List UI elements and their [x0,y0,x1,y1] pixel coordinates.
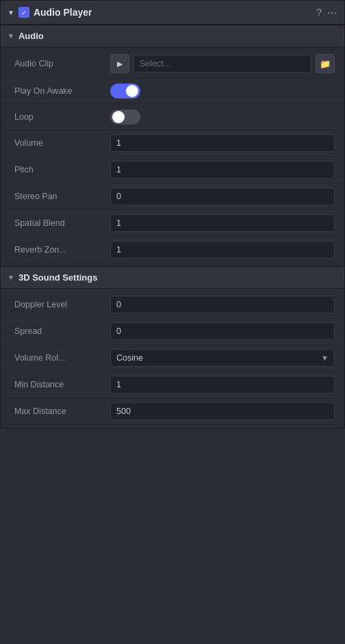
play-button[interactable]: ▶ [110,54,129,73]
spatial-blend-control [110,214,335,232]
reverb-zone-row: Reverb Zon... [1,237,344,263]
volume-label: Volume [14,138,110,148]
sound-section-header[interactable]: ▼ 3D Sound Settings [1,266,344,289]
sound-section-title: 3D Sound Settings [18,272,98,283]
audio-fields: Audio Clip ▶ Select... 📁 Play On Awake [1,47,344,266]
sound-collapse-arrow: ▼ [8,274,14,281]
audio-section: ▼ Audio Audio Clip ▶ Select... 📁 [1,25,344,266]
spatial-blend-label: Spatial Blend [14,218,110,228]
min-distance-input[interactable] [110,376,335,394]
chevron-down-icon: ▼ [321,354,329,362]
play-on-awake-label: Play On Awake [14,86,110,96]
doppler-level-input[interactable] [110,296,335,313]
audio-section-header[interactable]: ▼ Audio [1,25,344,47]
pitch-label: Pitch [14,165,110,175]
max-distance-input[interactable] [110,402,335,420]
pitch-control [110,161,335,179]
toggle-knob [126,85,138,97]
spatial-blend-input[interactable] [110,214,335,232]
doppler-level-label: Doppler Level [14,300,110,309]
volume-rolloff-dropdown[interactable]: Cosine ▼ [110,349,335,367]
stereo-pan-row: Stereo Pan [1,183,344,210]
folder-icon: 📁 [320,59,331,69]
audio-clip-control: ▶ Select... 📁 [110,54,335,73]
loop-row: Loop [1,104,344,130]
volume-rolloff-control: Cosine ▼ [110,349,335,367]
spread-label: Spread [14,326,110,336]
doppler-level-row: Doppler Level [1,292,344,318]
audio-collapse-arrow: ▼ [8,32,14,40]
folder-button[interactable]: 📁 [316,54,335,73]
spread-input[interactable] [110,322,335,340]
stereo-pan-input[interactable] [110,188,335,205]
audio-player-panel: ▼ ✓ Audio Player ? ⋯ ▼ Audio Audio Clip … [0,0,345,428]
reverb-zone-control [110,241,335,259]
spread-control [110,322,335,340]
loop-control [110,110,335,125]
stereo-pan-label: Stereo Pan [14,192,110,201]
more-icon[interactable]: ⋯ [327,6,337,18]
loop-label: Loop [14,112,110,122]
reverb-zone-label: Reverb Zon... [14,245,110,255]
audio-clip-row: Audio Clip ▶ Select... 📁 [1,50,344,78]
collapse-arrow[interactable]: ▼ [8,9,14,16]
loop-toggle[interactable] [110,110,140,125]
audio-section-title: Audio [18,31,44,41]
loop-toggle-knob [112,111,125,123]
panel-header: ▼ ✓ Audio Player ? ⋯ [1,1,344,25]
panel-title: Audio Player [34,7,312,18]
stereo-pan-control [110,188,335,205]
min-distance-row: Min Distance [1,372,344,398]
play-icon: ▶ [117,60,123,68]
sound-fields: Doppler Level Spread Volume Rol... Cosin… [1,289,344,428]
spread-row: Spread [1,318,344,345]
pitch-input[interactable] [110,161,335,179]
enabled-checkbox[interactable]: ✓ [18,7,29,18]
play-on-awake-row: Play On Awake [1,78,344,104]
audio-clip-select[interactable]: Select... [133,55,311,73]
doppler-level-control [110,296,335,313]
volume-input[interactable] [110,134,335,152]
help-icon[interactable]: ? [316,6,322,18]
spatial-blend-row: Spatial Blend [1,210,344,237]
volume-row: Volume [1,130,344,157]
reverb-zone-input[interactable] [110,241,335,259]
pitch-row: Pitch [1,157,344,183]
max-distance-label: Max Distance [14,407,110,416]
sound-section: ▼ 3D Sound Settings Doppler Level Spread… [1,266,344,428]
volume-rolloff-row: Volume Rol... Cosine ▼ [1,345,344,372]
volume-control [110,134,335,152]
volume-rolloff-label: Volume Rol... [14,353,110,363]
max-distance-control [110,402,335,420]
volume-rolloff-value: Cosine [116,353,143,363]
min-distance-label: Min Distance [14,380,110,389]
play-on-awake-toggle[interactable] [110,83,140,99]
max-distance-row: Max Distance [1,398,344,425]
min-distance-control [110,376,335,394]
play-on-awake-control [110,83,335,99]
header-actions: ? ⋯ [316,6,337,18]
audio-clip-label: Audio Clip [14,59,110,68]
